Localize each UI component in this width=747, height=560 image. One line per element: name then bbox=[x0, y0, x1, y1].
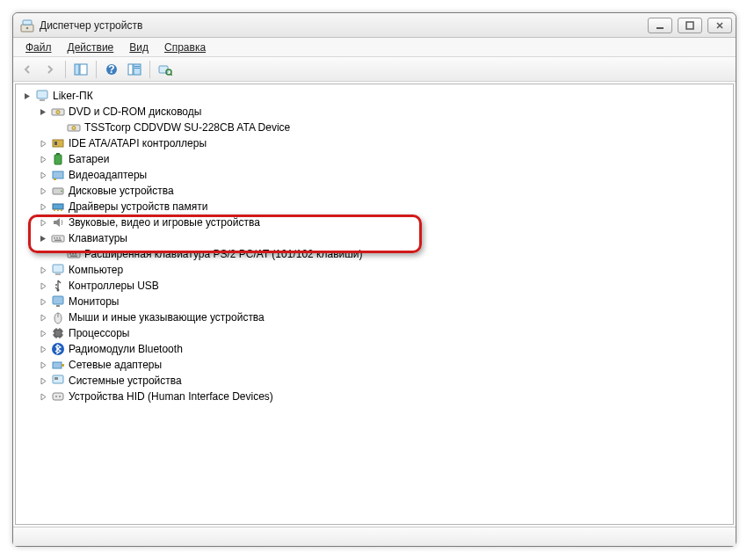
expand-icon[interactable] bbox=[37, 137, 49, 149]
tree-node-disk[interactable]: Дисковые устройства bbox=[16, 183, 733, 199]
collapse-icon[interactable] bbox=[37, 232, 49, 244]
svg-rect-38 bbox=[56, 237, 58, 239]
expand-icon[interactable] bbox=[37, 280, 49, 292]
network-adapter-icon bbox=[51, 358, 65, 372]
svg-rect-32 bbox=[53, 204, 63, 209]
device-tree: Liker-ПК DVD и CD-ROM дисководы TSSTcorp… bbox=[16, 88, 733, 404]
svg-rect-35 bbox=[61, 209, 62, 211]
svg-rect-12 bbox=[134, 68, 140, 69]
tree-node-keyboard[interactable]: Клавиатуры bbox=[16, 230, 733, 246]
titlebar[interactable]: Диспетчер устройств bbox=[13, 13, 736, 38]
tree-leaf-dvd-device[interactable]: TSSTcorp CDDVDW SU-228CB ATA Device bbox=[16, 120, 733, 135]
svg-rect-42 bbox=[69, 253, 71, 255]
expand-icon[interactable] bbox=[37, 295, 49, 308]
svg-rect-4 bbox=[686, 22, 693, 29]
battery-icon bbox=[51, 152, 65, 166]
node-label: Драйверы устройств памяти bbox=[69, 199, 207, 215]
collapse-icon[interactable] bbox=[21, 90, 33, 102]
forward-button[interactable] bbox=[40, 60, 61, 79]
tree-root[interactable]: Liker-ПК bbox=[16, 88, 733, 104]
svg-rect-45 bbox=[70, 256, 77, 258]
expand-icon[interactable] bbox=[37, 327, 49, 339]
node-label: Звуковые, видео и игровые устройства bbox=[69, 215, 260, 230]
hid-icon bbox=[51, 389, 65, 404]
node-label: Батареи bbox=[69, 151, 109, 167]
device-tree-panel[interactable]: Liker-ПК DVD и CD-ROM дисководы TSSTcorp… bbox=[15, 84, 734, 525]
disk-drive-icon bbox=[51, 184, 65, 198]
minimize-button[interactable] bbox=[648, 18, 672, 33]
back-button[interactable] bbox=[17, 60, 38, 79]
menu-action[interactable]: Действие bbox=[61, 40, 121, 55]
expand-icon[interactable] bbox=[37, 200, 49, 213]
expand-icon[interactable] bbox=[37, 311, 49, 324]
svg-rect-67 bbox=[53, 393, 63, 400]
expand-icon[interactable] bbox=[37, 153, 49, 165]
properties-button[interactable] bbox=[124, 60, 145, 79]
expand-icon[interactable] bbox=[37, 390, 49, 403]
tree-node-mouse[interactable]: Мыши и иные указывающие устройства bbox=[16, 309, 733, 325]
expand-icon[interactable] bbox=[37, 216, 49, 229]
tree-node-battery[interactable]: Батареи bbox=[16, 151, 733, 167]
svg-rect-49 bbox=[53, 296, 63, 304]
keyboard-icon bbox=[67, 247, 81, 261]
display-adapter-icon bbox=[51, 168, 65, 182]
device-manager-window: Диспетчер устройств Файл Действие Вид Сп… bbox=[12, 12, 736, 547]
tree-node-dvd[interactable]: DVD и CD-ROM дисководы bbox=[16, 104, 733, 120]
svg-rect-16 bbox=[37, 91, 47, 98]
node-label: Процессоры bbox=[69, 325, 130, 341]
svg-rect-26 bbox=[54, 155, 62, 164]
tree-node-video[interactable]: Видеоадаптеры bbox=[16, 167, 733, 183]
svg-point-48 bbox=[57, 289, 60, 292]
close-button[interactable] bbox=[707, 18, 732, 33]
svg-rect-29 bbox=[54, 178, 56, 180]
menu-help[interactable]: Справка bbox=[157, 40, 213, 55]
tree-node-ide[interactable]: IDE ATA/ATAPI контроллеры bbox=[16, 135, 733, 151]
show-hide-tree-button[interactable] bbox=[70, 60, 91, 79]
svg-rect-3 bbox=[656, 27, 664, 29]
svg-rect-9 bbox=[128, 64, 133, 75]
dvd-drive-icon bbox=[67, 120, 81, 135]
toolbar-sep bbox=[96, 61, 97, 78]
scan-hardware-button[interactable] bbox=[155, 60, 176, 79]
svg-rect-53 bbox=[54, 330, 62, 337]
expand-icon[interactable] bbox=[37, 264, 49, 276]
tree-node-memdrv[interactable]: Драйверы устройств памяти bbox=[16, 199, 733, 215]
svg-point-23 bbox=[73, 127, 75, 129]
statusbar bbox=[13, 527, 736, 546]
controller-icon bbox=[51, 136, 65, 150]
expand-icon[interactable] bbox=[37, 359, 49, 371]
node-label: DVD и CD-ROM дисководы bbox=[69, 104, 201, 120]
tree-node-cpu[interactable]: Процессоры bbox=[16, 325, 733, 341]
expand-icon[interactable] bbox=[37, 185, 49, 197]
expand-icon[interactable] bbox=[37, 343, 49, 355]
keyboard-icon bbox=[51, 231, 65, 245]
tree-node-network[interactable]: Сетевые адаптеры bbox=[16, 357, 733, 373]
tree-node-hid[interactable]: Устройства HID (Human Interface Devices) bbox=[16, 389, 733, 404]
system-device-icon bbox=[51, 374, 65, 388]
tree-node-bluetooth[interactable]: Радиомодули Bluetooth bbox=[16, 341, 733, 357]
menu-file[interactable]: Файл bbox=[18, 40, 59, 55]
tree-node-system[interactable]: Системные устройства bbox=[16, 373, 733, 389]
computer-icon bbox=[51, 263, 65, 277]
svg-rect-40 bbox=[54, 240, 62, 242]
help-button[interactable]: ? bbox=[101, 60, 122, 79]
svg-rect-6 bbox=[80, 64, 87, 75]
tree-leaf-keyboard-device[interactable]: Расширенная клавиатура PS/2 PC/AT (101/1… bbox=[16, 246, 733, 262]
tree-node-computer[interactable]: Компьютер bbox=[16, 262, 733, 278]
svg-text:?: ? bbox=[108, 63, 114, 76]
tree-node-usb[interactable]: Контроллеры USB bbox=[16, 278, 733, 294]
collapse-icon[interactable] bbox=[37, 105, 49, 118]
node-label: Расширенная клавиатура PS/2 PC/AT (101/1… bbox=[84, 246, 363, 262]
expand-icon[interactable] bbox=[37, 169, 49, 181]
monitor-icon bbox=[51, 295, 65, 309]
tree-node-audio[interactable]: Звуковые, видео и игровые устройства bbox=[16, 215, 733, 230]
dvd-drive-icon bbox=[51, 105, 65, 119]
maximize-button[interactable] bbox=[678, 18, 702, 33]
svg-rect-11 bbox=[134, 66, 140, 67]
bluetooth-icon bbox=[51, 342, 65, 356]
node-label: Устройства HID (Human Interface Devices) bbox=[69, 389, 273, 404]
menu-view[interactable]: Вид bbox=[122, 40, 156, 55]
tree-node-monitor[interactable]: Мониторы bbox=[16, 294, 733, 309]
expand-icon[interactable] bbox=[37, 375, 49, 387]
node-label: Контроллеры USB bbox=[69, 278, 159, 294]
